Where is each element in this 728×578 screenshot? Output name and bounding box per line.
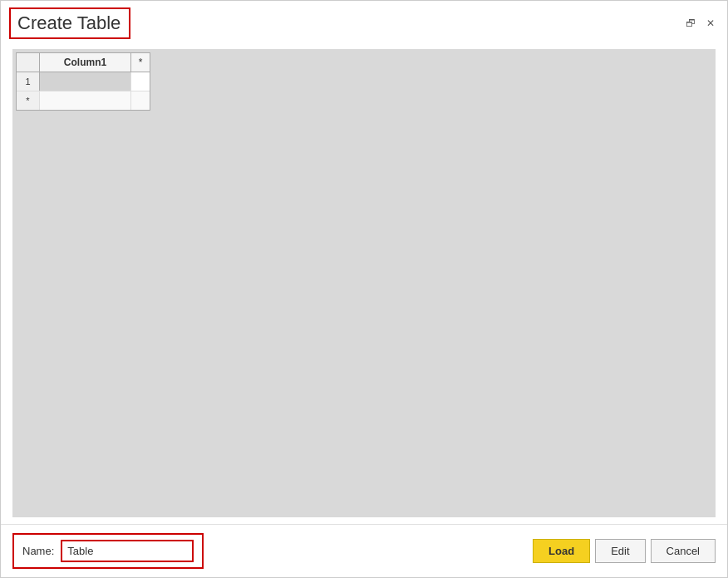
table-row: 1 bbox=[17, 72, 150, 91]
data-cell-1-1[interactable] bbox=[40, 72, 131, 91]
name-input[interactable] bbox=[61, 540, 194, 562]
load-button[interactable]: Load bbox=[533, 539, 590, 563]
row-action-1[interactable] bbox=[131, 72, 150, 91]
new-row-action bbox=[131, 91, 150, 110]
table-new-row: * bbox=[17, 91, 150, 110]
row-number-1: 1 bbox=[17, 72, 40, 91]
table-area: Column1 * 1 * bbox=[12, 49, 716, 517]
name-section: Name: bbox=[12, 533, 204, 569]
action-buttons: Load Edit Cancel bbox=[533, 539, 716, 563]
column-header-1[interactable]: Column1 bbox=[40, 53, 131, 72]
edit-button[interactable]: Edit bbox=[595, 539, 645, 563]
restore-button[interactable]: 🗗 bbox=[682, 15, 699, 32]
cancel-button[interactable]: Cancel bbox=[651, 539, 716, 563]
name-label: Name: bbox=[22, 545, 54, 557]
add-column-button[interactable]: * bbox=[131, 53, 150, 72]
bottom-bar: Name: Load Edit Cancel bbox=[1, 525, 727, 577]
create-table-dialog: Create Table 🗗 ✕ Column1 * 1 * bbox=[0, 0, 728, 578]
table-grid: Column1 * 1 * bbox=[16, 52, 150, 111]
dialog-title: Create Table bbox=[9, 7, 130, 39]
row-header-spacer bbox=[17, 53, 40, 72]
new-row-cell[interactable] bbox=[40, 91, 131, 110]
window-controls: 🗗 ✕ bbox=[682, 15, 719, 32]
close-button[interactable]: ✕ bbox=[702, 15, 719, 32]
title-bar: Create Table 🗗 ✕ bbox=[1, 1, 727, 42]
new-row-indicator: * bbox=[17, 91, 40, 110]
table-header-row: Column1 * bbox=[17, 53, 150, 72]
